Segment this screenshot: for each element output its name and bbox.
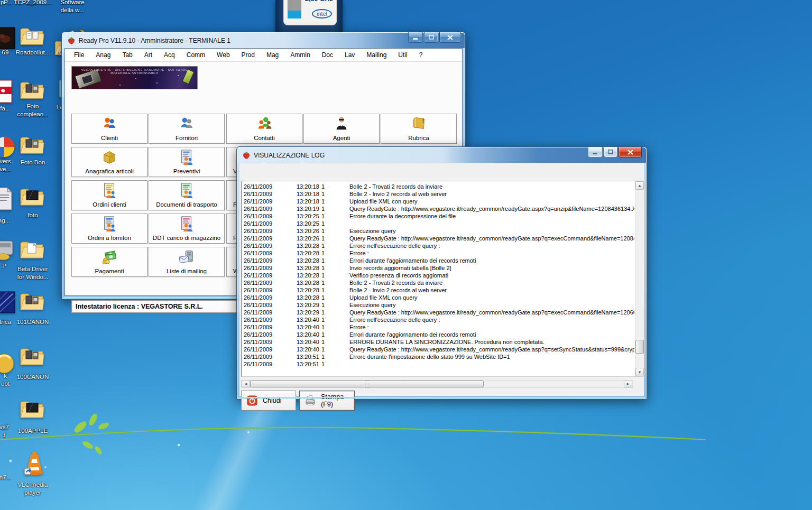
stampa-label: Stampa (F9) bbox=[321, 393, 354, 408]
folder-docs-icon[interactable] bbox=[19, 23, 44, 49]
mail-server-icon bbox=[179, 249, 195, 265]
grid-button-label: Rubrica bbox=[381, 135, 456, 141]
pdf-icon[interactable] bbox=[0, 79, 17, 105]
grid-button-fornitori[interactable]: Fornitori bbox=[149, 114, 225, 144]
log-maximize-button[interactable] bbox=[604, 147, 617, 157]
folder-photo-icon[interactable] bbox=[19, 344, 44, 369]
grid-button-contatti[interactable]: Contatti bbox=[226, 114, 302, 144]
log-minimize-button[interactable] bbox=[588, 147, 603, 157]
grid-button-ordini-clienti[interactable]: Ordini clienti bbox=[71, 180, 147, 210]
log-row: 26/11/200913:20:291Esecuzione query bbox=[242, 301, 634, 309]
drivers-icon[interactable] bbox=[0, 134, 17, 160]
vertical-scrollbar[interactable]: ▲ ▼ bbox=[635, 181, 644, 376]
scroll-right-button[interactable]: ► bbox=[624, 380, 632, 387]
scroll-left-button[interactable]: ◄ bbox=[242, 380, 250, 387]
menu-art[interactable]: Art bbox=[139, 50, 158, 60]
desktop-icon-apple100[interactable]: 100APPLE bbox=[1, 427, 64, 435]
desktop-icon-canon100[interactable]: 100CANON bbox=[1, 373, 64, 381]
readypro-window-title: Ready Pro V11.9.10 - Amministratore - TE… bbox=[79, 37, 230, 44]
menu-web[interactable]: Web bbox=[211, 50, 235, 60]
grid-button-label: Pagamenti bbox=[72, 268, 147, 274]
menu-lav[interactable]: Lav bbox=[339, 50, 361, 60]
vertical-scroll-thumb[interactable] bbox=[635, 340, 644, 354]
intel-logo: intel bbox=[312, 9, 332, 18]
scroll-up-button[interactable]: ▲ bbox=[635, 181, 644, 190]
persons-blue-gray-icon bbox=[179, 116, 195, 132]
desktop-icon-beta-driver[interactable]: Beta Driverfor Windo... bbox=[1, 265, 64, 281]
menu-file[interactable]: File bbox=[68, 50, 90, 60]
menu-comm[interactable]: Comm bbox=[181, 50, 211, 60]
readypro-window-controls bbox=[407, 32, 461, 43]
log-rows: 26/11/200913:20:181Bolle 2 - Trovati 2 r… bbox=[242, 183, 634, 376]
aero-bottom-edge bbox=[238, 397, 645, 398]
doc-gray-icon[interactable] bbox=[0, 186, 17, 211]
grid-button-clienti[interactable]: Clienti bbox=[71, 114, 147, 144]
desktop-icon-foto[interactable]: foto bbox=[1, 211, 64, 219]
log-client-area: 26/11/200913:20:181Bolle 2 - Trovati 2 r… bbox=[239, 163, 644, 396]
menu-tab[interactable]: Tab bbox=[116, 50, 138, 60]
desktop-icon-foto-bon[interactable]: Foto Bon bbox=[1, 159, 64, 166]
readypro-banner[interactable]: VEGASTORE SRL - DISTRIBUZIONE HARDWARE -… bbox=[71, 66, 198, 89]
doc-people-pink-icon bbox=[179, 216, 195, 231]
menu-doc[interactable]: Doc bbox=[316, 50, 339, 60]
intel-cpu-card: 2,80 GHz intel bbox=[283, 0, 337, 25]
menu-[interactable]: ? bbox=[413, 50, 429, 60]
menu-mailing[interactable]: Mailing bbox=[361, 50, 392, 60]
readypro-titlebar[interactable]: Ready Pro V11.9.10 - Amministratore - TE… bbox=[62, 33, 465, 48]
log-listbox[interactable]: 26/11/200913:20:181Bolle 2 - Trovati 2 r… bbox=[241, 181, 644, 377]
folder-photo-icon[interactable] bbox=[19, 132, 44, 157]
grid-button-ddt-carico-di-magazzino[interactable]: DDT carico di magazzino bbox=[149, 214, 225, 244]
grid-button-liste-di-mailing[interactable]: Liste di mailing bbox=[149, 247, 225, 277]
stampa-button[interactable]: Stampa (F9) bbox=[299, 391, 355, 411]
horizontal-scroll-thumb[interactable] bbox=[250, 381, 484, 387]
grid-button-ordini-a-fornitori[interactable]: Ordini a fornitori bbox=[71, 214, 147, 244]
folder-photo-icon[interactable] bbox=[19, 77, 44, 103]
horizontal-scrollbar[interactable]: ◄ ► bbox=[241, 380, 633, 388]
minimize-button[interactable] bbox=[408, 32, 423, 43]
agent-icon bbox=[334, 116, 349, 132]
chiudi-button[interactable]: Chiudi bbox=[241, 391, 296, 411]
menu-mag[interactable]: Mag bbox=[261, 50, 284, 60]
log-row: 26/11/200913:20:281Bolle 2 - Trovati 2 r… bbox=[242, 279, 634, 286]
log-row: 26/11/200913:20:251Errore durante la dec… bbox=[242, 212, 634, 220]
blue-diag-icon[interactable] bbox=[0, 290, 17, 315]
log-row: 26/11/200913:20:511 bbox=[242, 360, 634, 368]
grid-button-pagamenti[interactable]: Pagamenti bbox=[71, 247, 147, 277]
close-button[interactable] bbox=[439, 32, 461, 43]
doc-people-green-icon bbox=[179, 182, 195, 198]
menu-ammin[interactable]: Ammin bbox=[284, 50, 316, 60]
banner-text-line2: MATERIALE ASTRONOMICO bbox=[72, 71, 197, 75]
desktop-icon-canon101[interactable]: 101CANON bbox=[1, 318, 64, 326]
folder-dark-icon[interactable] bbox=[19, 184, 44, 209]
menu-anag[interactable]: Anag bbox=[90, 50, 116, 60]
scroll-down-button[interactable]: ▼ bbox=[635, 368, 644, 376]
grid-button-label: Agenti bbox=[304, 135, 379, 141]
desktop-icon-software-della-w[interactable]: Softwaredella w... bbox=[41, 0, 104, 14]
hardware-icon[interactable] bbox=[0, 237, 17, 262]
log-close-button[interactable] bbox=[619, 147, 642, 157]
maximize-button[interactable] bbox=[424, 32, 438, 43]
menu-util[interactable]: Util bbox=[392, 50, 413, 60]
log-strawberry-icon bbox=[242, 151, 251, 160]
grid-button-agenti[interactable]: Agenti bbox=[303, 114, 380, 144]
menu-prod[interactable]: Prod bbox=[236, 50, 261, 60]
vlc-icon[interactable] bbox=[20, 449, 48, 477]
desktop-icon-vlc[interactable]: VLC mediaplayer bbox=[1, 481, 64, 497]
grid-button-label: Preventivi bbox=[149, 168, 224, 174]
menu-acq[interactable]: Acq bbox=[158, 50, 181, 60]
grid-button-documenti-di-trasporto[interactable]: Documenti di trasporto bbox=[149, 180, 225, 210]
grid-button-rubrica[interactable]: Rubrica bbox=[381, 114, 457, 144]
folder-doc-icon[interactable] bbox=[19, 237, 44, 262]
grid-button-anagrafica-articoli[interactable]: Anagrafica articoli bbox=[71, 147, 147, 177]
log-titlebar[interactable]: VISUALIZZAZIONE LOG bbox=[237, 147, 646, 163]
readypro-strawberry-icon bbox=[67, 36, 76, 45]
log-row: 26/11/200913:20:261Esecuzione query bbox=[242, 227, 634, 235]
image-dark-icon[interactable] bbox=[0, 25, 17, 51]
grid-button-preventivi[interactable]: Preventivi bbox=[149, 147, 225, 177]
log-row: 26/11/200913:20:401Errore nell'esecuzion… bbox=[242, 316, 634, 323]
log-row: 26/11/200913:20:511Errore durante l'impo… bbox=[242, 353, 634, 360]
folder-photo-icon[interactable] bbox=[19, 289, 44, 314]
doc-people-blue2-icon bbox=[102, 216, 117, 231]
folder-dark-icon[interactable] bbox=[19, 396, 44, 422]
grid-button-label: Liste di mailing bbox=[149, 268, 224, 274]
